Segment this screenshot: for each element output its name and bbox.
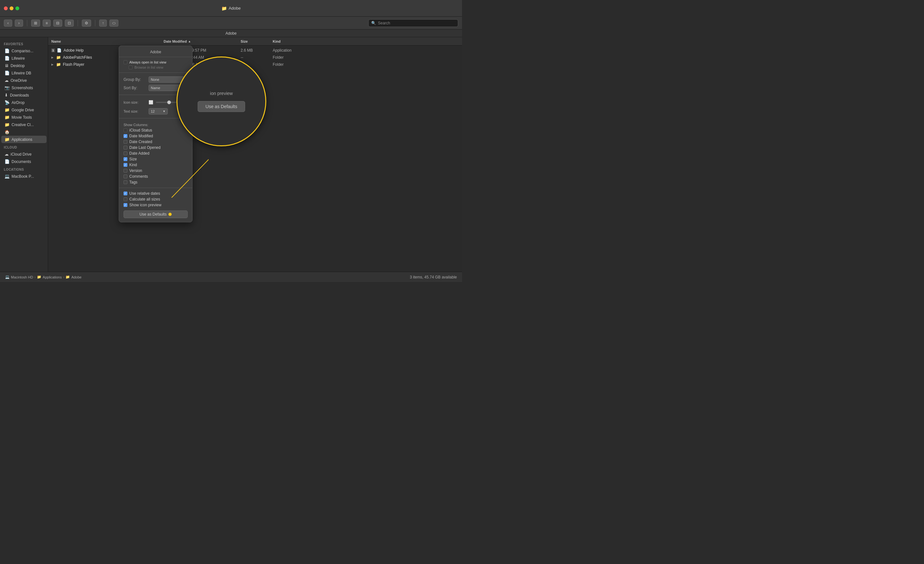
close-button[interactable] [4,6,8,10]
breadcrumb-label: Macintosh HD [11,275,33,279]
use-relative-dates-checkbox[interactable]: ✓ [123,192,128,195]
browse-checkbox[interactable] [129,66,132,69]
content-area: Name Date Modified ▲ Size Kind 1 📄 Adobe… [48,37,462,272]
sidebar-item-label: AirDrop [12,100,25,105]
sort-arrow-icon: ▲ [188,40,191,43]
vop-col-date-created: Date Created [119,139,192,145]
screenshots-icon: 📷 [4,86,10,90]
table-row[interactable]: ▶ 📁 Flash Player May 30, 2012 at 6:12 PM… [48,61,462,68]
magnifier-use-defaults-button[interactable]: Use as Defaults [198,101,245,112]
col-version-label: Version [129,168,142,173]
sidebar-item-label: iCloud Drive [10,152,32,156]
slider-track [156,102,178,103]
onedrive-icon: ☁ [4,78,9,83]
vop-col-tags: Tags [119,179,192,185]
view-options-panel: Adobe Always open in list view Browse in… [119,45,192,222]
table-row[interactable]: ▶ 📁 AdobePatchFiles Jul 3, 2015 at 11:44… [48,54,462,61]
sidebar-item-comparisons[interactable]: 📄 Compariso... [1,47,46,54]
sidebar-item-downloads[interactable]: ⬇ Downloads [1,92,46,99]
status-bar: 💻 Macintosh HD › 📁 Applications › 📁 Adob… [0,272,462,282]
tag-button[interactable]: ⬭ [110,20,118,27]
sidebar-item-airdrop[interactable]: 📡 AirDrop [1,99,46,106]
sidebar-item-google-drive[interactable]: 📁 Google Drive [1,106,46,114]
home-icon: 🏠 [4,130,10,134]
col-version-checkbox[interactable] [123,169,128,172]
maximize-button[interactable] [15,6,19,10]
col-date-added-checkbox[interactable] [123,152,128,155]
sidebar-item-macbook[interactable]: 💻 MacBook P... [1,172,46,180]
sidebar-item-applications[interactable]: 📁 Applications [1,136,46,143]
breadcrumb-adobe[interactable]: 📁 Adobe [66,275,81,279]
col-comments-checkbox[interactable] [123,174,128,178]
file-list: 1 📄 Adobe Help Nov 20, 2012 at 9:57 PM 2… [48,45,462,69]
use-relative-dates-label: Use relative dates [129,191,160,196]
yellow-dot-indicator [168,213,172,216]
sidebar-item-desktop[interactable]: 🖥 Desktop [1,62,46,69]
sidebar-item-lifewire[interactable]: 📄 Lifewire [1,54,46,62]
sidebar-item-label: Compariso... [12,49,33,53]
file-label: Flash Player [63,62,84,67]
use-as-defaults-button[interactable]: Use as Defaults [123,210,188,218]
text-size-label: Text size: [123,110,146,113]
lifewire-icon: 📄 [4,56,10,61]
minimize-button[interactable] [10,6,14,10]
back-button[interactable]: ‹ [4,20,12,27]
calculate-all-sizes-checkbox[interactable] [123,197,128,201]
sidebar-item-label: Lifewire [12,56,25,61]
view-columns-button[interactable]: ⊟ [53,20,62,27]
sidebar-item-onedrive[interactable]: ☁ OneDrive [1,76,46,84]
col-date-last-opened-checkbox[interactable] [123,146,128,150]
always-open-checkbox[interactable] [123,60,128,64]
breadcrumb-macintosh-hd[interactable]: 💻 Macintosh HD [5,275,33,279]
airdrop-icon: 📡 [4,100,10,105]
forward-button[interactable]: › [15,20,23,27]
icloud-header: iCloud [0,143,48,150]
col-size-checkbox[interactable]: ✓ [123,157,128,161]
col-kind-header: Kind [273,39,280,43]
magnifier-overlay: ion preview Use as Defaults [177,57,266,146]
vop-col-comments: Comments [119,174,192,179]
file-kind-1: Application [273,48,292,52]
sidebar-item-movie-tools[interactable]: 📁 Movie Tools [1,114,46,121]
file-label: AdobePatchFiles [63,55,92,60]
breadcrumb: 💻 Macintosh HD › 📁 Applications › 📁 Adob… [5,275,81,279]
breadcrumb-applications[interactable]: 📁 Applications [37,275,62,279]
col-kind-checkbox[interactable]: ✓ [123,163,128,167]
text-size-select[interactable]: 12 ▼ [148,108,168,114]
sidebar-item-label: Google Drive [12,108,34,112]
sidebar-item-label: Desktop [10,63,25,68]
sidebar-item-label: Downloads [10,93,29,98]
col-date-created-label: Date Created [129,140,152,144]
sidebar-item-icloud-drive[interactable]: ☁ iCloud Drive [1,150,46,158]
view-gallery-button[interactable]: ⊡ [65,20,74,27]
col-kind-label: Kind [129,163,137,167]
col-date-mod-header: Date Modified ▲ [164,39,241,43]
view-list-button[interactable]: ≡ [43,20,51,27]
col-icloud-checkbox[interactable] [123,128,128,132]
sidebar-item-creative[interactable]: 📁 Creative Cl... [1,121,46,128]
action-button[interactable]: ⚙ [82,20,91,27]
main-layout: Favorites 📄 Compariso... 📄 Lifewire 🖥 De… [0,37,462,272]
search-bar[interactable]: 🔍 Search [368,19,458,27]
sidebar-item-documents[interactable]: 📄 Documents [1,158,46,165]
col-date-created-checkbox[interactable] [123,140,128,144]
sidebar-item-home[interactable]: 🏠 [1,128,46,136]
col-tags-checkbox[interactable] [123,180,128,184]
vop-title: Adobe [119,50,192,57]
col-date-modified-checkbox[interactable]: ✓ [123,134,128,138]
vop-browse-row: Browse in list view [119,65,192,70]
vop-col-version: Version [119,168,192,174]
col-icloud-label: iCloud Status [129,128,152,132]
slider-thumb [167,100,171,104]
col-size-label: Size [129,157,136,161]
show-icon-preview-checkbox[interactable]: ✓ [123,203,128,207]
vop-col-kind: ✓ Kind [119,162,192,168]
sidebar-item-lifewire-db[interactable]: 📄 Lifewire DB [1,69,46,76]
table-row[interactable]: 1 📄 Adobe Help Nov 20, 2012 at 9:57 PM 2… [48,47,462,54]
sidebar-item-screenshots[interactable]: 📷 Screenshots [1,84,46,92]
col-date-added-label: Date Added [129,151,150,156]
file-number-icon: 1 [51,48,55,52]
view-icons-button[interactable]: ⊞ [31,20,40,27]
locations-header: Locations [0,165,48,172]
share-button[interactable]: ↑ [99,20,107,27]
